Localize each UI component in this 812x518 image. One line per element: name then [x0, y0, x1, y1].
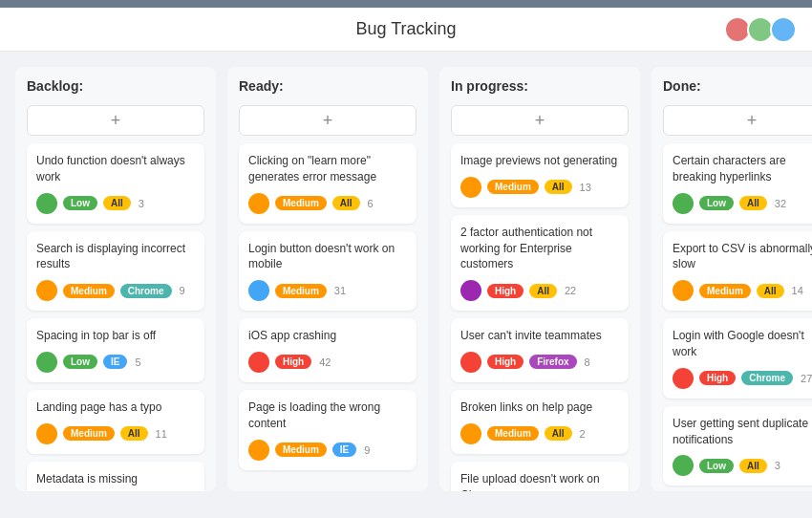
card: 2 factor authentication not working for … [451, 215, 629, 311]
card-meta: MediumAll14 [673, 280, 812, 301]
card: Metadata is missing [27, 462, 204, 491]
card: Spacing in top bar is offLowIE5 [27, 318, 204, 382]
avatar [460, 177, 481, 198]
card-count: 3 [139, 198, 144, 209]
card-meta: MediumAll11 [36, 423, 195, 444]
card-meta: MediumAll13 [460, 177, 619, 198]
card-title: Spacing in top bar is off [36, 328, 195, 344]
badge-medium: Medium [275, 284, 327, 298]
card-meta: HighAll22 [460, 280, 619, 301]
card-title: Broken links on help page [460, 399, 619, 416]
card-count: 9 [180, 285, 185, 296]
avatar [673, 455, 694, 476]
card-meta: LowAll3 [36, 193, 195, 214]
card-meta: LowAll32 [673, 193, 812, 214]
card-title: User getting sent duplicate notification… [673, 416, 812, 448]
badge-chrome: Chrome [741, 371, 793, 385]
badge-all: All [120, 426, 148, 441]
column-backlog: Backlog:+Undo function doesn't always wo… [15, 67, 216, 491]
card-count: 5 [135, 356, 140, 368]
avatar [248, 193, 269, 214]
avatar [36, 280, 57, 301]
card: Image previews not generatingMediumAll13 [451, 143, 629, 207]
badge-medium: Medium [275, 196, 327, 210]
card: User getting sent duplicate notification… [663, 406, 812, 486]
card: Export to CSV is abnormally slowMediumAl… [663, 231, 812, 312]
avatar [673, 193, 694, 214]
card-title: Export to CSV is abnormally slow [673, 241, 812, 273]
card-count: 9 [364, 444, 370, 456]
avatar [248, 352, 269, 373]
header-avatars [724, 16, 797, 43]
badge-medium: Medium [63, 426, 115, 441]
badge-all: All [739, 196, 767, 210]
card-count: 11 [156, 428, 167, 440]
card-count: 22 [565, 285, 576, 296]
card-title: Undo function doesn't always work [36, 153, 195, 185]
column-header-done: Done: [663, 78, 812, 94]
card-title: Landing page has a typo [36, 399, 195, 416]
header: Bug Tracking [0, 8, 812, 52]
page-title: Bug Tracking [355, 19, 456, 39]
column-in-progress: In progress:+Image previews not generati… [439, 67, 640, 491]
card: Page is loading the wrong contentMediumI… [239, 390, 417, 470]
card: User can't invite teammatesHighFirefox8 [451, 318, 629, 382]
card-title: Clicking on "learn more" generates error… [248, 153, 407, 185]
card-meta: HighChrome27 [673, 368, 812, 389]
avatar [673, 368, 694, 389]
card-meta: MediumIE9 [248, 440, 407, 461]
badge-high: High [487, 284, 524, 298]
add-card-button-ready[interactable]: + [239, 105, 417, 136]
column-ready: Ready:+Clicking on "learn more" generate… [227, 67, 428, 491]
card-meta: MediumAll2 [460, 423, 619, 444]
badge-all: All [757, 284, 784, 298]
card: Login with Google doesn't workHighChrome… [663, 318, 812, 399]
card-count: 2 [580, 428, 586, 440]
card: Undo function doesn't always workLowAll3 [27, 143, 204, 224]
badge-medium: Medium [487, 426, 539, 441]
card-title: Login with Google doesn't work [673, 328, 812, 360]
board: Backlog:+Undo function doesn't always wo… [0, 52, 812, 507]
badge-all: All [103, 196, 131, 210]
badge-all: All [545, 426, 572, 441]
card: Search is displaying incorrect resultsMe… [27, 231, 204, 312]
card: File upload doesn't work on Chrome [451, 462, 629, 491]
card-meta: LowAll3 [673, 455, 812, 476]
avatar-3 [770, 16, 797, 43]
column-done: Done:+Certain characters are breaking hy… [652, 67, 812, 491]
add-card-button-in-progress[interactable]: + [451, 105, 629, 136]
card-title: Login button doesn't work on mobile [248, 241, 407, 273]
card-title: 2 factor authentication not working for … [460, 225, 619, 272]
badge-ie: IE [103, 355, 127, 369]
avatar [248, 440, 269, 461]
card: iOS app crashingHigh42 [239, 318, 417, 382]
card-title: Image previews not generating [460, 153, 619, 169]
card-meta: MediumAll6 [248, 193, 407, 214]
column-header-in-progress: In progress: [451, 78, 629, 94]
add-card-button-done[interactable]: + [663, 105, 812, 136]
card: Login button doesn't work on mobileMediu… [239, 231, 417, 312]
add-card-button-backlog[interactable]: + [27, 105, 204, 136]
top-bar [0, 0, 812, 8]
card-title: iOS app crashing [248, 328, 407, 344]
badge-all: All [529, 284, 557, 298]
badge-chrome: Chrome [120, 284, 172, 298]
card: Broken links on help pageMediumAll2 [451, 390, 629, 454]
avatar [460, 423, 481, 444]
badge-ie: IE [332, 442, 356, 457]
avatar [460, 280, 481, 301]
avatar [36, 352, 57, 373]
card-title: User can't invite teammates [460, 328, 619, 344]
card-count: 31 [334, 285, 346, 296]
badge-medium: Medium [699, 284, 751, 298]
badge-all: All [739, 459, 767, 473]
card-count: 32 [775, 198, 786, 209]
badge-low: Low [63, 355, 97, 369]
card-count: 14 [792, 285, 803, 296]
badge-firefox: Firefox [529, 355, 576, 369]
card: Certain characters are breaking hyperlin… [663, 143, 812, 224]
badge-all: All [545, 180, 572, 194]
card-meta: Medium31 [248, 280, 407, 301]
card: Landing page has a typoMediumAll11 [27, 390, 204, 454]
card-title: Certain characters are breaking hyperlin… [673, 153, 812, 185]
